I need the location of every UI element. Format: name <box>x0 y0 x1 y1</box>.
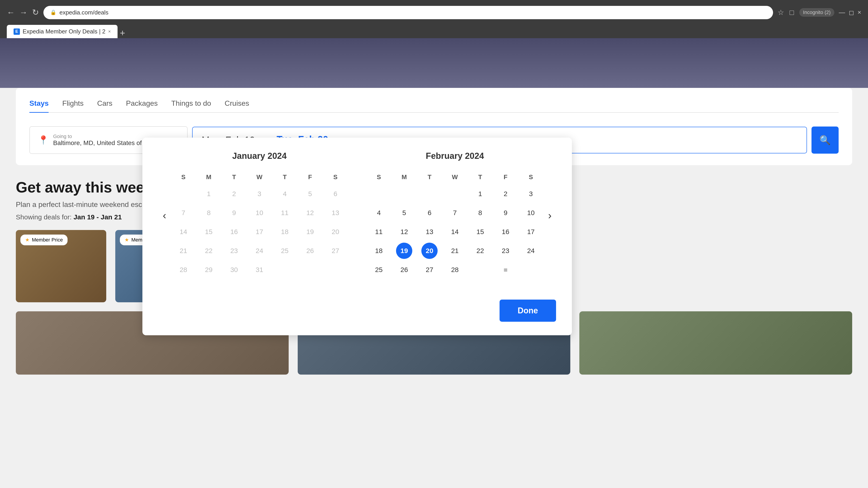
feb-day-12[interactable]: 12 <box>396 224 412 240</box>
hotel-card-1[interactable]: ★ Member Price <box>16 230 106 302</box>
jan-header-t2: T <box>272 170 298 184</box>
tab-title: Expedia Member Only Deals | 2 <box>23 28 105 35</box>
jan-day-21[interactable]: 21 <box>175 242 191 259</box>
calendar-next-button[interactable]: › <box>544 207 556 224</box>
jan-day-16[interactable]: 16 <box>226 224 242 240</box>
tab-packages[interactable]: Packages <box>126 99 158 113</box>
feb-day-4[interactable]: 4 <box>371 205 387 221</box>
feb-day-23[interactable]: 23 <box>498 242 514 259</box>
tab-things-to-do[interactable]: Things to do <box>171 99 211 113</box>
jan-day-11[interactable]: 11 <box>277 205 293 221</box>
feb-day-7[interactable]: 7 <box>447 205 463 221</box>
calendar-prev-button[interactable]: ‹ <box>158 207 170 224</box>
jan-day-28[interactable]: 28 <box>175 262 191 278</box>
feb-day-20-selected[interactable]: 20 <box>421 242 438 259</box>
feb-day-24[interactable]: 24 <box>523 242 539 259</box>
feb-day-26[interactable]: 26 <box>396 262 412 278</box>
main-content: Stays Flights Cars Packages Things to do… <box>0 38 868 488</box>
jan-day-15[interactable]: 15 <box>200 224 217 240</box>
jan-day-5[interactable]: 5 <box>302 186 318 202</box>
jan-header-t1: T <box>221 170 247 184</box>
feb-day-8[interactable]: 8 <box>472 205 488 221</box>
jan-day-29[interactable]: 29 <box>200 262 217 278</box>
browser-chrome: ← → ↻ 🔒 expedia.com/deals ☆ □ Incognito … <box>0 0 868 25</box>
tab-close-icon[interactable]: × <box>108 29 111 34</box>
feb-day-25[interactable]: 25 <box>371 262 387 278</box>
feb-day-3[interactable]: 3 <box>523 186 539 202</box>
feb-day-27[interactable]: 27 <box>421 262 438 278</box>
jan-day-6[interactable]: 6 <box>327 186 344 202</box>
jan-day-3[interactable]: 3 <box>251 186 268 202</box>
tab-stays[interactable]: Stays <box>29 99 49 113</box>
jan-day-26[interactable]: 26 <box>302 242 318 259</box>
jan-day-25[interactable]: 25 <box>277 242 293 259</box>
jan-day-31[interactable]: 31 <box>251 262 268 278</box>
profile-icon[interactable]: □ <box>789 8 794 17</box>
feb-header-t1: T <box>417 170 442 184</box>
search-button[interactable]: 🔍 <box>811 127 839 154</box>
feb-day-5[interactable]: 5 <box>396 205 412 221</box>
deals-label: Showing deals for: <box>16 213 72 221</box>
feb-day-6[interactable]: 6 <box>421 205 438 221</box>
feb-day-13[interactable]: 13 <box>421 224 438 240</box>
jan-day-27[interactable]: 27 <box>327 242 344 259</box>
feb-day-10[interactable]: 10 <box>523 205 539 221</box>
jan-day-19[interactable]: 19 <box>302 224 318 240</box>
feb-day-2[interactable]: 2 <box>498 186 514 202</box>
tab-flights[interactable]: Flights <box>62 99 84 113</box>
tab-cars[interactable]: Cars <box>97 99 113 113</box>
feb-day-1[interactable]: 1 <box>472 186 488 202</box>
done-button[interactable]: Done <box>500 300 556 322</box>
feb-day-18[interactable]: 18 <box>371 242 387 259</box>
reload-button[interactable]: ↻ <box>32 8 39 17</box>
jan-day-30[interactable]: 30 <box>226 262 242 278</box>
jan-day-12[interactable]: 12 <box>302 205 318 221</box>
jan-day-20[interactable]: 20 <box>327 224 344 240</box>
feb-day-cursor: ■ <box>498 262 514 278</box>
jan-empty-c <box>327 262 344 278</box>
jan-day-13[interactable]: 13 <box>327 205 344 221</box>
address-bar[interactable]: 🔒 expedia.com/deals <box>43 6 773 19</box>
location-icon: 📍 <box>38 135 49 145</box>
tab-cruises[interactable]: Cruises <box>225 99 249 113</box>
new-tab-button[interactable]: + <box>120 28 125 38</box>
feb-day-21[interactable]: 21 <box>447 242 463 259</box>
jan-day-4[interactable]: 4 <box>277 186 293 202</box>
feb-day-11[interactable]: 11 <box>371 224 387 240</box>
feb-day-19-selected[interactable]: 19 <box>396 242 412 259</box>
feb-empty-1 <box>371 186 387 202</box>
maximize-button[interactable]: ◻ <box>849 9 854 16</box>
jan-day-9[interactable]: 9 <box>226 205 242 221</box>
calendar-january: January 2024 S M T W T F S 1 <box>170 151 348 279</box>
jan-day-17[interactable]: 17 <box>251 224 268 240</box>
badge-icon-1: ★ <box>25 237 30 243</box>
bottom-card-3[interactable] <box>579 311 852 375</box>
feb-day-22[interactable]: 22 <box>472 242 488 259</box>
back-button[interactable]: ← <box>7 8 15 17</box>
jan-day-18[interactable]: 18 <box>277 224 293 240</box>
jan-day-7[interactable]: 7 <box>175 205 191 221</box>
jan-day-10[interactable]: 10 <box>251 205 268 221</box>
forward-button[interactable]: → <box>20 8 28 17</box>
jan-day-23[interactable]: 23 <box>226 242 242 259</box>
feb-day-9[interactable]: 9 <box>498 205 514 221</box>
jan-day-24[interactable]: 24 <box>251 242 268 259</box>
deals-dates: Jan 19 - Jan 21 <box>73 213 122 221</box>
jan-day-8[interactable]: 8 <box>200 205 217 221</box>
feb-day-16[interactable]: 16 <box>498 224 514 240</box>
feb-day-14[interactable]: 14 <box>447 224 463 240</box>
minimize-button[interactable]: — <box>839 9 845 16</box>
feb-day-15[interactable]: 15 <box>472 224 488 240</box>
jan-day-1[interactable]: 1 <box>200 186 217 202</box>
jan-day-22[interactable]: 22 <box>200 242 217 259</box>
bookmark-icon[interactable]: ☆ <box>778 8 784 17</box>
active-browser-tab[interactable]: E Expedia Member Only Deals | 2 × <box>7 25 118 38</box>
feb-empty-2 <box>396 186 412 202</box>
jan-day-2[interactable]: 2 <box>226 186 242 202</box>
feb-day-17[interactable]: 17 <box>523 224 539 240</box>
february-title: February 2024 <box>366 151 544 161</box>
close-button[interactable]: × <box>858 9 861 16</box>
feb-day-28[interactable]: 28 <box>447 262 463 278</box>
jan-day-14[interactable]: 14 <box>175 224 191 240</box>
calendar-footer: Done <box>158 291 556 322</box>
